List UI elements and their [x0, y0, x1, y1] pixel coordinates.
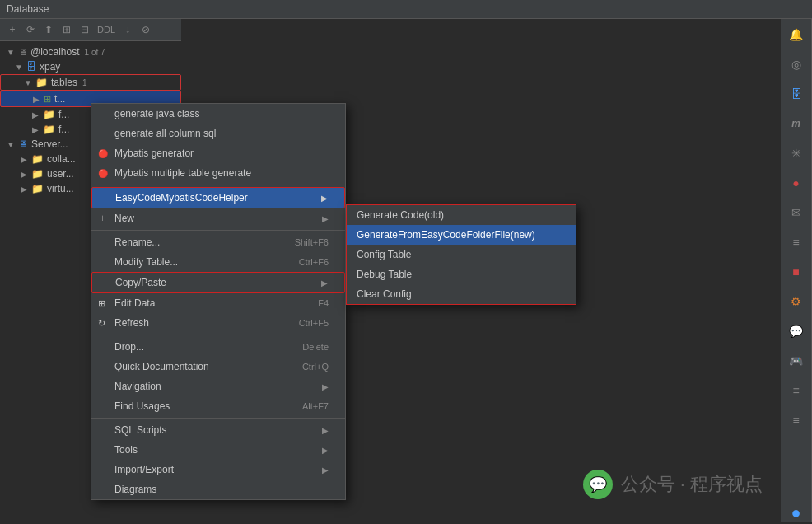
add-btn[interactable]: + [5, 22, 20, 37]
ctx-sep3 [91, 335, 345, 335]
tables-arrow: ▼ [24, 78, 32, 87]
ctx-mybatis-multi[interactable]: 🔴 Mybatis multiple table generate [91, 163, 345, 183]
ctx-copypaste[interactable]: Copy/Paste ▶ [91, 272, 345, 293]
ctx-editdata[interactable]: ⊞ Edit Data F4 [91, 293, 345, 313]
ctx-generate-java[interactable]: generate java class [91, 104, 345, 124]
user-icon: 📁 [31, 168, 44, 180]
ctx-sqlscripts[interactable]: SQL Scripts ▶ [91, 420, 345, 440]
tables-icon: 📁 [35, 77, 48, 88]
sidebar-icons: 🔔 ◎ 🗄 m ✳ ● ✉ ≡ ■ ⚙ 💬 🎮 ≡ ≡ ● [781, 19, 812, 522]
mail-icon[interactable]: ✉ [787, 204, 805, 222]
dot-icon[interactable]: ● [787, 503, 805, 522]
quickdoc-shortcut: Ctrl+Q [302, 362, 329, 372]
f1-label: f... [58, 109, 69, 120]
scope-icon[interactable]: ◎ [787, 55, 805, 73]
watermark-icon: 💬 [583, 470, 613, 499]
virtu-icon: 📁 [31, 183, 44, 194]
xpay-label: xpay [40, 61, 60, 73]
mybatis-gen-icon: 🔴 [98, 149, 108, 158]
gear-icon[interactable]: ⚙ [787, 292, 805, 311]
ddl-label: DDL [97, 25, 115, 35]
mybatis-multi-icon: 🔴 [98, 169, 108, 178]
colla-arrow: ▶ [20, 155, 28, 164]
spring-icon[interactable]: ✳ [787, 144, 805, 162]
host-arrow: ▼ [7, 48, 15, 57]
ctx-diagrams[interactable]: Diagrams [91, 480, 345, 499]
watermark: 💬 公众号 · 程序视点 [583, 470, 763, 499]
notifications-icon[interactable]: 🔔 [787, 26, 805, 44]
ctx-drop[interactable]: Drop... Delete [91, 337, 345, 357]
ctx-generate-sql[interactable]: generate all column sql [91, 124, 345, 143]
drop-shortcut: Delete [302, 342, 329, 352]
list2-icon[interactable]: ≡ [787, 411, 805, 429]
submenu-clear-config[interactable]: Clear Config [347, 284, 576, 304]
red-icon[interactable]: ● [787, 174, 805, 192]
rename-shortcut: Shift+F6 [295, 237, 329, 247]
editdata-shortcut: F4 [318, 298, 329, 308]
filter-btn[interactable]: ⊘ [138, 22, 153, 37]
ctx-sep1 [91, 185, 345, 185]
grid2-btn[interactable]: ⊟ [77, 22, 92, 37]
ctx-sep4 [91, 418, 345, 419]
ctx-rename[interactable]: Rename... Shift+F6 [91, 232, 345, 252]
f1-icon: 📁 [43, 109, 55, 120]
tree-xpay[interactable]: ▼ 🗄 xpay [0, 59, 181, 74]
virtu-label: virtu... [47, 183, 74, 194]
title-label: Database [7, 3, 49, 15]
ctx-refresh[interactable]: ↻ Refresh Ctrl+F5 [91, 313, 345, 333]
tree-host[interactable]: ▼ 🖥 @localhost 1 of 7 [0, 44, 181, 59]
virtu-arrow: ▶ [20, 185, 28, 194]
user-arrow: ▶ [20, 170, 28, 179]
refresh-shortcut: Ctrl+F5 [299, 318, 329, 328]
ctx-modify[interactable]: Modify Table... Ctrl+F6 [91, 252, 345, 272]
submenu-config-table[interactable]: Config Table [347, 245, 576, 264]
easycode-arrow-icon: ▶ [321, 194, 328, 203]
xpay-icon: 🗄 [26, 61, 36, 73]
ctx-sep2 [91, 230, 345, 231]
t-label: t... [54, 93, 65, 105]
user-label: user... [47, 168, 74, 180]
sort-btn[interactable]: ↓ [120, 22, 135, 37]
tools-arrow-icon: ▶ [322, 446, 329, 455]
ctx-quickdoc[interactable]: Quick Documentation Ctrl+Q [91, 357, 345, 377]
tree-tables[interactable]: ▼ 📁 tables 1 [0, 74, 181, 91]
ctx-new[interactable]: + New ▶ [91, 208, 345, 228]
refresh-icon: ↻ [98, 318, 105, 329]
maven-icon[interactable]: m [787, 115, 805, 133]
ctx-navigation[interactable]: Navigation ▶ [91, 377, 345, 396]
upload-btn[interactable]: ⬆ [41, 22, 56, 37]
list-icon[interactable]: ≡ [787, 381, 805, 400]
f2-icon: 📁 [43, 124, 55, 135]
menu-icon[interactable]: ≡ [787, 233, 805, 251]
f2-arrow: ▶ [31, 125, 40, 134]
submenu-debug-table[interactable]: Debug Table [347, 264, 576, 284]
game-icon[interactable]: 🎮 [787, 352, 805, 370]
colla-icon: 📁 [31, 153, 44, 165]
sqlscripts-arrow-icon: ▶ [322, 426, 329, 435]
submenu-generate-old[interactable]: Generate Code(old) [347, 205, 576, 225]
copypaste-arrow-icon: ▶ [321, 278, 328, 288]
watermark-text: 公众号 · 程序视点 [621, 472, 763, 497]
red2-icon[interactable]: ■ [787, 263, 805, 281]
new-arrow-icon: ▶ [322, 214, 329, 223]
tables-badge: 1 [82, 78, 87, 87]
grid-btn[interactable]: ⊞ [59, 22, 74, 37]
ctx-easycode[interactable]: EasyCodeMybatisCodeHelper ▶ [91, 187, 345, 208]
context-menu: generate java class generate all column … [91, 103, 346, 500]
modify-shortcut: Ctrl+F6 [299, 257, 329, 267]
ctx-findusages[interactable]: Find Usages Alt+F7 [91, 396, 345, 416]
database-icon[interactable]: 🗄 [787, 85, 805, 103]
colla-label: colla... [47, 153, 76, 165]
submenu-generate-new[interactable]: GenerateFromEasyCodeFolderFile(new) [347, 225, 576, 245]
ctx-tools[interactable]: Tools ▶ [91, 440, 345, 460]
host-icon: 🖥 [18, 47, 27, 57]
chat-icon[interactable]: 💬 [787, 322, 805, 340]
ctx-importexport[interactable]: Import/Export ▶ [91, 460, 345, 480]
ctx-mybatis-gen[interactable]: 🔴 Mybatis generator [91, 143, 345, 163]
findusages-shortcut: Alt+F7 [302, 401, 329, 411]
refresh-btn[interactable]: ⟳ [23, 22, 38, 37]
new-plus-icon: + [100, 213, 105, 224]
editdata-icon: ⊞ [98, 298, 105, 309]
server-label: Server... [31, 138, 68, 150]
f1-arrow: ▶ [31, 110, 40, 119]
